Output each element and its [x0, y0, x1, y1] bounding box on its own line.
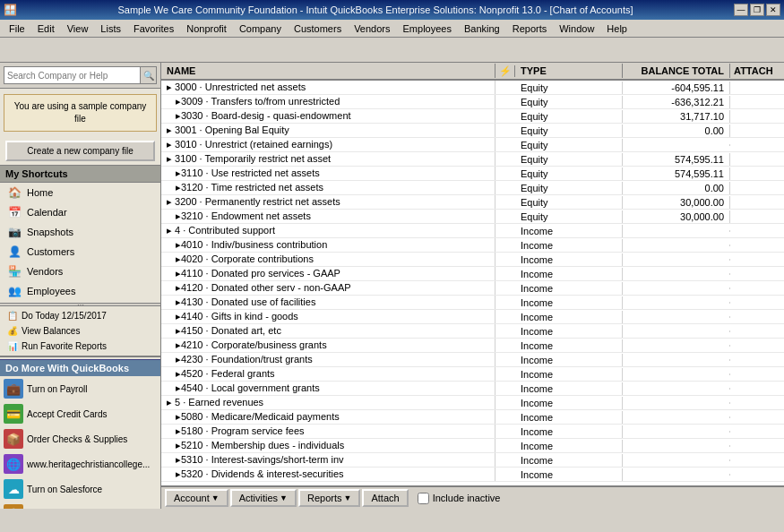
attach-button[interactable]: Attach — [362, 489, 408, 507]
menu-item-view[interactable]: View — [62, 21, 94, 36]
menu-item-nonprofit[interactable]: Nonprofit — [181, 21, 232, 36]
promo-item-credit-cards[interactable]: 💳Accept Credit Cards — [0, 401, 160, 426]
table-row[interactable]: ▸5320 · Dividends & interest-securities … — [161, 468, 784, 482]
col-attach-header: ATTACH — [730, 64, 784, 78]
menu-item-customers[interactable]: Customers — [289, 21, 347, 36]
row-type: Equity — [515, 124, 623, 137]
reports-button[interactable]: Reports ▼ — [298, 489, 360, 507]
table-row[interactable]: ▸3120 · Time restricted net assets Equit… — [161, 181, 784, 195]
table-row[interactable]: ▸4210 · Corporate/business grants Income — [161, 339, 784, 353]
menu-item-favorites[interactable]: Favorites — [128, 21, 179, 36]
search-button[interactable]: 🔍 — [140, 67, 156, 83]
table-row[interactable]: ▸4140 · Gifts in kind - goods Income — [161, 310, 784, 324]
table-row[interactable]: ▸3030 · Board-desig - quasi-endowment Eq… — [161, 109, 784, 124]
sidebar-item-run-reports[interactable]: 📊Run Favorite Reports — [0, 339, 160, 354]
table-row[interactable]: ▸ 3010 · Unrestrict (retained earnings) … — [161, 138, 784, 152]
table-row[interactable]: ▸4130 · Donated use of facilities Income — [161, 296, 784, 310]
restore-button[interactable]: ❐ — [750, 4, 764, 16]
table-row[interactable]: ▸3210 · Endowment net assets Equity 30,0… — [161, 210, 784, 224]
row-type: Income — [515, 296, 623, 309]
promo-item-website[interactable]: 🌐www.heritagechristiancollege... — [0, 451, 160, 476]
table-row[interactable]: ▸4230 · Foundation/trust grants Income — [161, 353, 784, 367]
row-account-name: ▸3120 · Time restricted net assets — [161, 181, 495, 194]
row-attach — [730, 245, 784, 246]
row-account-name: ▸5180 · Program service fees — [161, 425, 495, 438]
table-row[interactable]: ▸ 3200 · Permanently restrict net assets… — [161, 195, 784, 210]
sidebar-item-calendar[interactable]: 📅Calendar — [0, 202, 160, 222]
sidebar-item-view-balances[interactable]: 💰View Balances — [0, 323, 160, 339]
row-account-name: ▸3030 · Board-desig - quasi-endowment — [161, 109, 495, 123]
include-inactive-label[interactable]: Include inactive — [418, 493, 501, 504]
account-button[interactable]: Account ▼ — [165, 489, 228, 507]
row-type: Income — [515, 239, 623, 252]
menu-item-banking[interactable]: Banking — [459, 21, 505, 36]
sidebar-item-customers[interactable]: 👤Customers — [0, 242, 160, 262]
include-inactive-checkbox[interactable] — [418, 493, 429, 504]
promo-item-salesforce[interactable]: ☁Turn on Salesforce — [0, 476, 160, 502]
row-balance — [623, 144, 730, 146]
do-today-icon: 📋 — [7, 311, 18, 321]
menu-item-reports[interactable]: Reports — [507, 21, 553, 36]
menu-item-window[interactable]: Window — [554, 21, 599, 36]
table-row[interactable]: ▸ 4 · Contributed support Income — [161, 224, 784, 238]
table-header: NAME ⚡ TYPE BALANCE TOTAL ATTACH — [161, 63, 784, 81]
row-balance: -604,595.11 — [623, 82, 730, 94]
new-company-button[interactable]: Create a new company file — [5, 141, 155, 161]
minimize-button[interactable]: — — [734, 4, 748, 16]
table-row[interactable]: ▸5210 · Membership dues - individuals In… — [161, 439, 784, 453]
row-balance: 30,000.00 — [623, 210, 730, 223]
menu-item-employees[interactable]: Employees — [398, 21, 457, 36]
search-input[interactable] — [4, 71, 140, 81]
row-account-name: ▸4210 · Corporate/business grants — [161, 339, 495, 352]
sidebar-item-vendors[interactable]: 🏪Vendors — [0, 262, 160, 281]
table-row[interactable]: ▸ 5 · Earned revenues Income — [161, 396, 784, 410]
row-attach — [730, 431, 784, 433]
row-account-name: ▸5320 · Dividends & interest-securities — [161, 468, 495, 481]
promo-item-checks[interactable]: 📦Order Checks & Supplies — [0, 426, 160, 451]
table-row[interactable]: ▸4120 · Donated other serv - non-GAAP In… — [161, 281, 784, 296]
menu-item-edit[interactable]: Edit — [32, 21, 60, 36]
promo-item-finance[interactable]: 🏦Finance Your Business — [0, 502, 160, 509]
row-account-name: ▸ 4 · Contributed support — [161, 224, 495, 237]
title-bar-text: Sample We Care Community Foundation - In… — [17, 4, 734, 15]
row-type: Income — [515, 368, 623, 381]
row-attach — [730, 445, 784, 447]
table-row[interactable]: ▸4540 · Local government grants Income — [161, 382, 784, 396]
row-attach — [730, 216, 784, 218]
sidebar-item-employees[interactable]: 👥Employees — [0, 281, 160, 301]
table-row[interactable]: ▸3110 · Use restricted net assets Equity… — [161, 167, 784, 181]
table-row[interactable]: ▸ 3000 · Unrestricted net assets Equity … — [161, 81, 784, 95]
menu-item-help[interactable]: Help — [601, 21, 633, 36]
table-row[interactable]: ▸5080 · Medicare/Medicaid payments Incom… — [161, 410, 784, 425]
menu-item-company[interactable]: Company — [234, 21, 287, 36]
customers-icon: 👤 — [7, 245, 22, 259]
table-row[interactable]: ▸3009 · Transfers to/from unrestricted E… — [161, 95, 784, 109]
accounts-table: NAME ⚡ TYPE BALANCE TOTAL ATTACH ▸ 3000 … — [161, 63, 784, 485]
close-button[interactable]: ✕ — [766, 4, 780, 16]
promo-item-payroll[interactable]: 💼Turn on Payroll — [0, 376, 160, 401]
table-row[interactable]: ▸5180 · Program service fees Income — [161, 425, 784, 439]
table-row[interactable]: ▸4150 · Donated art, etc Income — [161, 324, 784, 339]
row-type: Income — [515, 411, 623, 424]
row-account-name: ▸4120 · Donated other serv - non-GAAP — [161, 281, 495, 295]
menu-item-file[interactable]: File — [4, 21, 30, 36]
menu-item-vendors[interactable]: Vendors — [349, 21, 395, 36]
table-row[interactable]: ▸ 3100 · Temporarily restrict net asset … — [161, 152, 784, 167]
sidebar-item-snapshots[interactable]: 📷Snapshots — [0, 222, 160, 242]
table-row[interactable]: ▸4110 · Donated pro services - GAAP Inco… — [161, 267, 784, 281]
table-row[interactable]: ▸4020 · Corporate contributions Income — [161, 253, 784, 267]
sidebar-item-do-today[interactable]: 📋Do Today 12/15/2017 — [0, 308, 160, 323]
menu-item-lists[interactable]: Lists — [95, 21, 126, 36]
table-row[interactable]: ▸4520 · Federal grants Income — [161, 367, 784, 382]
sidebar-item-home[interactable]: 🏠Home — [0, 183, 160, 202]
row-type: Equity — [515, 167, 623, 180]
table-row[interactable]: ▸4010 · Indiv/business contribution Inco… — [161, 238, 784, 253]
row-account-name: ▸4020 · Corporate contributions — [161, 253, 495, 266]
vendors-icon: 🏪 — [7, 264, 22, 279]
activities-button[interactable]: Activities ▼ — [230, 489, 297, 507]
row-type: Equity — [515, 110, 623, 123]
row-account-name: ▸4540 · Local government grants — [161, 382, 495, 395]
table-row[interactable]: ▸5310 · Interest-savings/short-term inv … — [161, 453, 784, 468]
table-row[interactable]: ▸ 3001 · Opening Bal Equity Equity 0.00 — [161, 124, 784, 138]
row-balance: 0.00 — [623, 182, 730, 194]
